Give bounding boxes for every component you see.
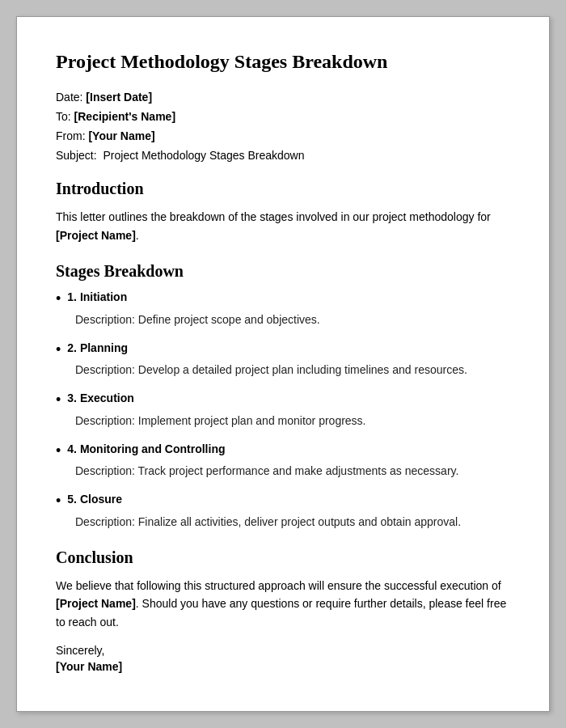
subject-label: Subject: bbox=[56, 149, 97, 162]
stages-breakdown-heading: Stages Breakdown bbox=[56, 262, 510, 281]
stages-list: •1. InitiationDescription: Define projec… bbox=[56, 290, 510, 531]
list-item: •4. Monitoring and ControllingDescriptio… bbox=[56, 442, 510, 480]
intro-text-after: . bbox=[136, 229, 139, 242]
document-container: Project Methodology Stages Breakdown Dat… bbox=[16, 16, 550, 712]
list-item: •5. ClosureDescription: Finalize all act… bbox=[56, 493, 510, 531]
stage-description: Description: Track project performance a… bbox=[75, 463, 510, 480]
introduction-text: This letter outlines the breakdown of th… bbox=[56, 208, 510, 244]
to-value: [Recipient's Name] bbox=[74, 110, 175, 123]
from-value: [Your Name] bbox=[88, 129, 154, 142]
bullet-icon: • bbox=[56, 392, 61, 409]
conclusion-text: We believe that following this structure… bbox=[56, 577, 510, 631]
date-label: Date: bbox=[56, 91, 82, 104]
meta-date: Date: [Insert Date] bbox=[56, 91, 510, 104]
conclusion-heading: Conclusion bbox=[56, 548, 510, 567]
stage-description: Description: Define project scope and ob… bbox=[75, 311, 510, 328]
sign-off-name: [Your Name] bbox=[56, 660, 510, 673]
introduction-heading: Introduction bbox=[56, 180, 510, 198]
stage-name: 5. Closure bbox=[67, 493, 122, 506]
list-item: •1. InitiationDescription: Define projec… bbox=[56, 290, 510, 328]
conclusion-text-before: We believe that following this structure… bbox=[56, 579, 501, 592]
stage-description: Description: Finalize all activities, de… bbox=[75, 514, 510, 531]
meta-from: From: [Your Name] bbox=[56, 129, 510, 142]
stage-description: Description: Implement project plan and … bbox=[75, 413, 510, 430]
list-item: •2. PlanningDescription: Develop a detai… bbox=[56, 341, 510, 379]
to-label: To: bbox=[56, 110, 71, 123]
document-title: Project Methodology Stages Breakdown bbox=[56, 49, 510, 74]
list-item: •3. ExecutionDescription: Implement proj… bbox=[56, 392, 510, 430]
stage-name: 4. Monitoring and Controlling bbox=[67, 442, 225, 455]
conclusion-project-name: [Project Name] bbox=[56, 597, 136, 610]
meta-to: To: [Recipient's Name] bbox=[56, 110, 510, 123]
from-label: From: bbox=[56, 129, 86, 142]
intro-project-name: [Project Name] bbox=[56, 229, 136, 242]
bullet-icon: • bbox=[56, 493, 61, 510]
bullet-icon: • bbox=[56, 442, 61, 460]
bullet-icon: • bbox=[56, 290, 61, 308]
sign-off-closing: Sincerely, bbox=[56, 644, 510, 657]
intro-text-before: This letter outlines the breakdown of th… bbox=[56, 210, 491, 223]
bullet-icon: • bbox=[56, 341, 61, 359]
meta-subject: Subject: Project Methodology Stages Brea… bbox=[56, 149, 510, 162]
stage-name: 1. Initiation bbox=[67, 290, 127, 303]
date-value: [Insert Date] bbox=[86, 91, 152, 104]
stage-description: Description: Develop a detailed project … bbox=[75, 362, 510, 379]
subject-value: Project Methodology Stages Breakdown bbox=[103, 149, 304, 162]
stage-name: 3. Execution bbox=[67, 392, 133, 404]
stage-name: 2. Planning bbox=[67, 341, 128, 354]
